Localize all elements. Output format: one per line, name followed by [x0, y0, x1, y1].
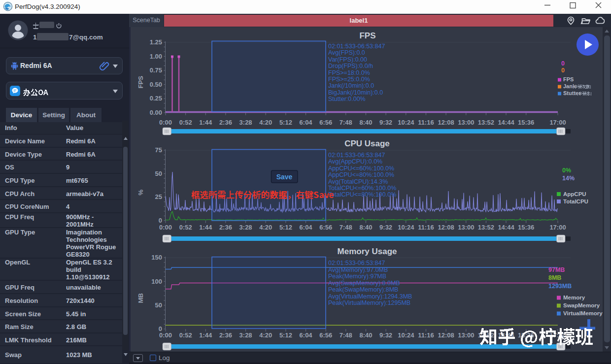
svg-text:4:20: 4:20 — [259, 224, 272, 231]
svg-text:2:36: 2:36 — [219, 331, 232, 339]
svg-text:25: 25 — [155, 193, 162, 200]
svg-text:BigJank(/10min):0.0: BigJank(/10min):0.0 — [328, 89, 383, 96]
svg-text:02:01:533-06:53:847: 02:01:533-06:53:847 — [328, 152, 385, 159]
svg-text:17:00: 17:00 — [549, 119, 566, 126]
svg-text:Peak(VirtualMemory):1295MB: Peak(VirtualMemory):1295MB — [328, 299, 410, 306]
svg-text:AppCPU: AppCPU — [563, 191, 586, 197]
svg-text:5:12: 5:12 — [279, 119, 292, 126]
svg-text:Avg(TotalCPU):14.3%: Avg(TotalCPU):14.3% — [328, 178, 388, 185]
svg-text:6:04: 6:04 — [300, 119, 313, 126]
svg-text:0:00: 0:00 — [159, 119, 172, 126]
svg-text:10:24: 10:24 — [398, 331, 414, 339]
svg-text:Jank(/10min):0.0: Jank(/10min):0.0 — [328, 82, 374, 89]
svg-text:MB: MB — [137, 293, 144, 303]
svg-text:12:08: 12:08 — [438, 224, 454, 231]
svg-text:0:52: 0:52 — [179, 119, 192, 126]
svg-text:6:56: 6:56 — [319, 119, 332, 126]
svg-text:13:00: 13:00 — [458, 331, 474, 339]
svg-text:Stutter:0.00%: Stutter:0.00% — [328, 96, 366, 102]
svg-text:Var(FPS):0.00: Var(FPS):0.00 — [328, 56, 367, 63]
svg-text:14:44: 14:44 — [498, 224, 514, 231]
svg-text:1:44: 1:44 — [199, 331, 212, 339]
svg-text:11:16: 11:16 — [418, 331, 434, 339]
svg-text:CPU Usage: CPU Usage — [344, 139, 390, 148]
svg-text:0:00: 0:00 — [159, 331, 172, 339]
svg-text:FPS>=25:0.0%: FPS>=25:0.0% — [328, 76, 370, 83]
svg-text:13:52: 13:52 — [478, 224, 494, 231]
svg-text:15:36: 15:36 — [518, 224, 534, 231]
svg-text:Memory Usage: Memory Usage — [338, 247, 397, 256]
svg-text:0:00: 0:00 — [159, 224, 172, 231]
svg-text:VirtualMemory: VirtualMemory — [563, 310, 603, 316]
svg-text:13:00: 13:00 — [458, 119, 474, 126]
svg-text:7:48: 7:48 — [339, 119, 352, 126]
svg-text:0.00: 0.00 — [150, 109, 162, 116]
svg-text:12:08: 12:08 — [438, 119, 454, 126]
svg-text:AppCPU<=60%:100.0%: AppCPU<=60%:100.0% — [328, 165, 394, 172]
svg-text:8:40: 8:40 — [359, 119, 372, 126]
svg-text:FPS: FPS — [359, 31, 375, 40]
svg-text:6:56: 6:56 — [319, 224, 332, 231]
svg-text:6:04: 6:04 — [300, 331, 313, 339]
svg-text:150: 150 — [151, 254, 162, 261]
svg-text:14%: 14% — [562, 175, 575, 182]
svg-text:TotalCPU<=80%:100.0%: TotalCPU<=80%:100.0% — [328, 191, 396, 198]
svg-text:FPS>=18:0.0%: FPS>=18:0.0% — [328, 69, 370, 76]
svg-text:Avg(VirtualMemory):1294.3MB: Avg(VirtualMemory):1294.3MB — [328, 293, 412, 300]
svg-text:7:48: 7:48 — [339, 331, 352, 339]
svg-text:12:08: 12:08 — [438, 331, 454, 339]
svg-text:TotalCPU<=60%:100.0%: TotalCPU<=60%:100.0% — [328, 185, 396, 192]
svg-text:Peak(Memory):97MB: Peak(Memory):97MB — [328, 273, 386, 280]
svg-text:17:00: 17:00 — [549, 224, 566, 231]
svg-text:15:36: 15:36 — [518, 119, 534, 126]
svg-text:Avg(AppCPU):0.0%: Avg(AppCPU):0.0% — [328, 158, 382, 165]
svg-text:AppCPU<=80%:100.0%: AppCPU<=80%:100.0% — [328, 171, 394, 178]
svg-text:9:32: 9:32 — [379, 331, 392, 339]
svg-text:0: 0 — [561, 67, 565, 74]
svg-text:FPS: FPS — [563, 76, 574, 82]
svg-text:75: 75 — [155, 146, 162, 154]
svg-text:8:40: 8:40 — [359, 331, 372, 339]
svg-text:10:24: 10:24 — [398, 119, 414, 126]
svg-text:5:12: 5:12 — [279, 331, 292, 339]
svg-text:0.75: 0.75 — [150, 66, 162, 74]
svg-text:Save: Save — [276, 173, 293, 181]
svg-text:02:01:533-06:53:847: 02:01:533-06:53:847 — [328, 43, 385, 50]
svg-text:4:20: 4:20 — [259, 119, 272, 126]
svg-text:8:40: 8:40 — [359, 224, 372, 231]
svg-text:1.25: 1.25 — [150, 38, 162, 46]
svg-text:3:28: 3:28 — [239, 331, 252, 339]
svg-text:3:28: 3:28 — [239, 119, 252, 126]
svg-text:Drop(FPS):0.0/h: Drop(FPS):0.0/h — [328, 63, 373, 69]
svg-text:9:32: 9:32 — [379, 119, 392, 126]
svg-text:1:44: 1:44 — [199, 224, 212, 231]
svg-text:Peak(SwapMemory):8MB: Peak(SwapMemory):8MB — [328, 286, 398, 293]
svg-text:100: 100 — [151, 278, 162, 285]
svg-text:5:12: 5:12 — [279, 224, 292, 231]
svg-text:1:44: 1:44 — [199, 119, 212, 126]
svg-text:11:16: 11:16 — [418, 224, 434, 231]
svg-text:6:04: 6:04 — [300, 224, 313, 231]
svg-text:11:16: 11:16 — [418, 119, 434, 126]
svg-text:4:20: 4:20 — [259, 331, 272, 339]
svg-text:0: 0 — [561, 60, 565, 67]
svg-text:Memory: Memory — [563, 295, 585, 300]
svg-text:3:28: 3:28 — [239, 224, 252, 231]
svg-text:0%: 0% — [562, 167, 571, 174]
svg-text:10:24: 10:24 — [398, 224, 414, 231]
svg-text:0:52: 0:52 — [179, 331, 192, 339]
svg-text:1.00: 1.00 — [150, 53, 162, 60]
svg-text:SwapMemory: SwapMemory — [563, 302, 600, 308]
svg-text:0.50: 0.50 — [150, 81, 162, 88]
svg-text:7:48: 7:48 — [339, 224, 352, 231]
svg-text:%: % — [137, 190, 144, 196]
svg-text:TotalCPU: TotalCPU — [563, 199, 588, 204]
svg-text:6:56: 6:56 — [319, 331, 332, 339]
svg-text:8MB: 8MB — [548, 274, 561, 281]
svg-text:0.25: 0.25 — [150, 95, 162, 102]
svg-text:02:01:533-06:53:847: 02:01:533-06:53:847 — [328, 260, 385, 266]
svg-text:Avg(Memory):97.0MB: Avg(Memory):97.0MB — [328, 266, 388, 273]
svg-text:9:32: 9:32 — [379, 224, 392, 231]
svg-text:Avg(SwapMemory):8.0MB: Avg(SwapMemory):8.0MB — [328, 280, 400, 287]
svg-text:2:36: 2:36 — [219, 119, 232, 126]
